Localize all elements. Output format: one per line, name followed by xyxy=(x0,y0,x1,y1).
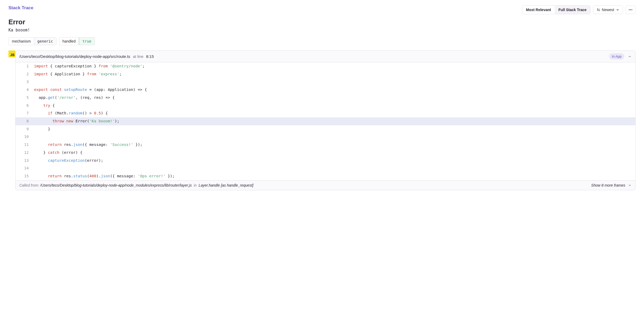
frame-footer: Called from: /Users/teco/Desktop/blog-tu… xyxy=(16,180,635,190)
line-gutter: 15 xyxy=(16,172,34,180)
more-actions-button[interactable] xyxy=(626,6,636,14)
code-content: if (Math.random() > 0.5) { xyxy=(34,109,635,117)
line-gutter: 8 xyxy=(16,117,34,125)
in-app-badge: In App xyxy=(609,53,624,59)
line-gutter: 5 xyxy=(16,94,34,102)
full-stack-toggle[interactable]: Full Stack Trace xyxy=(555,6,590,14)
line-gutter: 13 xyxy=(16,157,34,165)
code-line: 7 if (Math.random() > 0.5) { xyxy=(16,109,635,117)
frame-path: /Users/teco/Desktop/blog-tutorials/deplo… xyxy=(19,54,130,59)
tag-key: mechanism xyxy=(9,38,34,45)
called-from-function: Layer.handle [as handle_request] xyxy=(199,183,253,187)
code-line: 3 xyxy=(16,78,635,86)
code-content: import { captureException } from '@sentr… xyxy=(34,62,635,70)
called-from-path: /Users/teco/Desktop/blog-tutorials/deplo… xyxy=(40,183,192,187)
line-gutter: 11 xyxy=(16,141,34,149)
code-line: 4export const setupRoute = (app: Applica… xyxy=(16,86,635,94)
chevron-down-icon xyxy=(628,183,632,187)
line-gutter: 6 xyxy=(16,102,34,110)
code-content: captureException(error); xyxy=(34,157,635,165)
line-gutter: 9 xyxy=(16,125,34,133)
code-block: 1import { captureException } from '@sent… xyxy=(16,62,635,180)
code-content xyxy=(34,78,635,86)
code-content: app.get('/error', (req, res) => { xyxy=(34,94,635,102)
collapse-icon[interactable] xyxy=(628,55,632,58)
code-line: 10 xyxy=(16,133,635,141)
error-message: Ka booom! xyxy=(8,28,636,33)
code-content: export const setupRoute = (app: Applicat… xyxy=(34,86,635,94)
show-more-label: Show 8 more frames xyxy=(591,183,625,187)
code-line: 15 return res.status(400).json({ message… xyxy=(16,172,635,180)
code-line: 2import { Application } from 'express'; xyxy=(16,70,635,78)
code-content xyxy=(34,164,635,172)
line-gutter: 7 xyxy=(16,109,34,117)
code-content: throw new Error('Ka booom!'); xyxy=(34,117,635,125)
error-type-heading: Error xyxy=(8,18,636,26)
frame-header[interactable]: /Users/teco/Desktop/blog-tutorials/deplo… xyxy=(16,51,635,62)
header-controls: Most Relevant Full Stack Trace Newest xyxy=(522,5,636,14)
line-gutter: 2 xyxy=(16,70,34,78)
code-content: } xyxy=(34,125,635,133)
code-content: return res.json({ message: 'Success!' })… xyxy=(34,141,635,149)
tag-handled[interactable]: handled true xyxy=(59,37,95,45)
ellipsis-icon xyxy=(628,8,633,12)
most-relevant-toggle[interactable]: Most Relevant xyxy=(522,6,555,14)
tag-value: generic xyxy=(34,38,56,45)
sort-label: Newest xyxy=(602,8,614,12)
called-from-label: Called from: xyxy=(19,183,39,187)
tags-row: mechanism generic handled true xyxy=(8,37,636,45)
code-line: 6 try { xyxy=(16,102,635,110)
stack-frame: /Users/teco/Desktop/blog-tutorials/deplo… xyxy=(15,50,636,190)
svg-point-1 xyxy=(630,10,631,10)
code-content xyxy=(34,133,635,141)
line-gutter: 12 xyxy=(16,149,34,157)
line-number: 8:15 xyxy=(146,54,154,59)
at-line-label: at line xyxy=(133,54,143,59)
section-title: Stack Trace xyxy=(8,5,34,11)
code-line: 12 } catch (error) { xyxy=(16,149,635,157)
line-gutter: 4 xyxy=(16,86,34,94)
tag-key: handled xyxy=(59,38,79,45)
line-gutter: 1 xyxy=(16,62,34,70)
frame-location: /Users/teco/Desktop/blog-tutorials/deplo… xyxy=(19,54,154,59)
code-line: 9 } xyxy=(16,125,635,133)
code-line: 14 xyxy=(16,164,635,172)
chevron-down-icon xyxy=(616,8,619,12)
code-content: } catch (error) { xyxy=(34,149,635,157)
svg-point-2 xyxy=(632,10,632,10)
relevance-toggle: Most Relevant Full Stack Trace xyxy=(522,5,591,14)
tag-value: true xyxy=(79,37,95,45)
svg-point-0 xyxy=(629,10,630,10)
code-content: return res.status(400).json({ message: '… xyxy=(34,172,635,180)
tag-mechanism[interactable]: mechanism generic xyxy=(8,37,56,45)
sort-arrows-icon xyxy=(596,8,600,12)
code-content: import { Application } from 'express'; xyxy=(34,70,635,78)
show-more-frames-button[interactable]: Show 8 more frames xyxy=(591,183,632,187)
code-line: 11 return res.json({ message: 'Success!'… xyxy=(16,141,635,149)
code-line: 8 throw new Error('Ka booom!'); xyxy=(16,117,635,125)
language-badge-icon: JS xyxy=(8,50,15,57)
code-line: 1import { captureException } from '@sent… xyxy=(16,62,635,70)
code-content: try { xyxy=(34,102,635,110)
line-gutter: 14 xyxy=(16,164,34,172)
in-label: in xyxy=(194,183,197,187)
sort-button[interactable]: Newest xyxy=(593,6,623,14)
line-gutter: 3 xyxy=(16,78,34,86)
line-gutter: 10 xyxy=(16,133,34,141)
code-line: 5 app.get('/error', (req, res) => { xyxy=(16,94,635,102)
code-line: 13 captureException(error); xyxy=(16,157,635,165)
